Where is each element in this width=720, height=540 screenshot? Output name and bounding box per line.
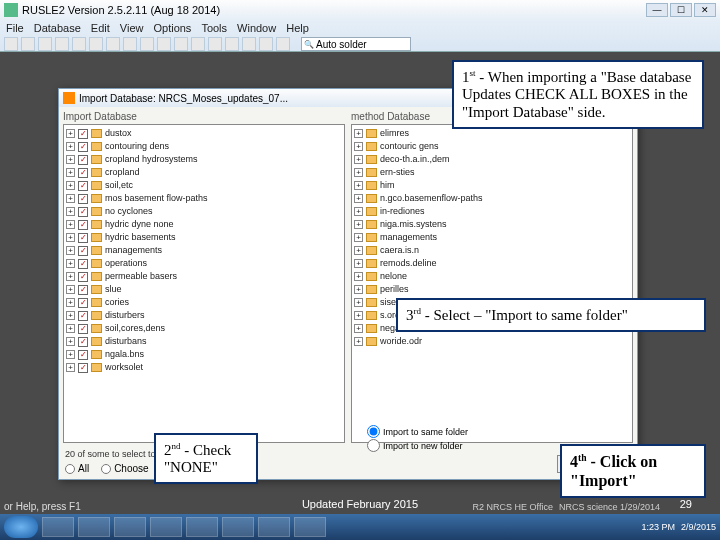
checkbox-icon[interactable] — [78, 181, 88, 191]
menu-database[interactable]: Database — [34, 22, 81, 34]
menu-edit[interactable]: Edit — [91, 22, 110, 34]
expand-icon[interactable]: + — [66, 311, 75, 320]
tool-icon[interactable] — [106, 37, 120, 51]
tool-icon[interactable] — [21, 37, 35, 51]
tree-item[interactable]: +contouric gens — [354, 140, 630, 153]
tree-item[interactable]: +perilles — [354, 283, 630, 296]
expand-icon[interactable]: + — [66, 337, 75, 346]
task-app[interactable] — [222, 517, 254, 537]
tree-item[interactable]: +operations — [66, 257, 342, 270]
minimize-button[interactable]: — — [646, 3, 668, 17]
tree-item[interactable]: +nelone — [354, 270, 630, 283]
expand-icon[interactable]: + — [66, 142, 75, 151]
expand-icon[interactable]: + — [354, 298, 363, 307]
tree-item[interactable]: +managements — [66, 244, 342, 257]
tree-item[interactable]: +no cyclones — [66, 205, 342, 218]
task-app[interactable] — [258, 517, 290, 537]
expand-icon[interactable]: + — [354, 207, 363, 216]
tree-item[interactable]: +disturbers — [66, 309, 342, 322]
system-tray[interactable]: 1:23 PM 2/9/2015 — [641, 522, 716, 532]
expand-icon[interactable]: + — [354, 129, 363, 138]
search-input[interactable]: Auto solder — [301, 37, 411, 51]
tool-icon[interactable] — [38, 37, 52, 51]
task-app[interactable] — [42, 517, 74, 537]
tree-item[interactable]: +deco-th.a.in.,dem — [354, 153, 630, 166]
expand-icon[interactable]: + — [66, 207, 75, 216]
tree-item[interactable]: +contouring dens — [66, 140, 342, 153]
expand-icon[interactable]: + — [354, 311, 363, 320]
maximize-button[interactable]: ☐ — [670, 3, 692, 17]
expand-icon[interactable]: + — [354, 142, 363, 151]
expand-icon[interactable]: + — [66, 259, 75, 268]
expand-icon[interactable]: + — [354, 233, 363, 242]
checkbox-icon[interactable] — [78, 337, 88, 347]
tree-item[interactable]: +ern-sties — [354, 166, 630, 179]
menu-file[interactable]: File — [6, 22, 24, 34]
expand-icon[interactable]: + — [66, 298, 75, 307]
expand-icon[interactable]: + — [66, 181, 75, 190]
tree-item[interactable]: +managements — [354, 231, 630, 244]
task-app[interactable] — [150, 517, 182, 537]
checkbox-icon[interactable] — [78, 207, 88, 217]
expand-icon[interactable]: + — [66, 168, 75, 177]
tree-item[interactable]: +disturbans — [66, 335, 342, 348]
tool-icon[interactable] — [89, 37, 103, 51]
checkbox-icon[interactable] — [78, 220, 88, 230]
expand-icon[interactable]: + — [354, 246, 363, 255]
expand-icon[interactable]: + — [354, 155, 363, 164]
task-app[interactable] — [78, 517, 110, 537]
expand-icon[interactable]: + — [66, 272, 75, 281]
tool-icon[interactable] — [276, 37, 290, 51]
checkbox-icon[interactable] — [78, 324, 88, 334]
task-app[interactable] — [294, 517, 326, 537]
expand-icon[interactable]: + — [354, 194, 363, 203]
tool-icon[interactable] — [140, 37, 154, 51]
expand-icon[interactable]: + — [354, 272, 363, 281]
checkbox-icon[interactable] — [78, 168, 88, 178]
tree-item[interactable]: +soil,etc — [66, 179, 342, 192]
tree-item[interactable]: +remods.deline — [354, 257, 630, 270]
tree-item[interactable]: +slue — [66, 283, 342, 296]
expand-icon[interactable]: + — [66, 220, 75, 229]
task-app[interactable] — [114, 517, 146, 537]
tree-item[interactable]: +dustox — [66, 127, 342, 140]
checkbox-icon[interactable] — [78, 298, 88, 308]
tool-icon[interactable] — [208, 37, 222, 51]
expand-icon[interactable]: + — [66, 324, 75, 333]
task-app[interactable] — [186, 517, 218, 537]
tree-item[interactable]: +hydric basements — [66, 231, 342, 244]
expand-icon[interactable]: + — [354, 324, 363, 333]
tree-item[interactable]: +cropland hydrosystems — [66, 153, 342, 166]
menu-options[interactable]: Options — [153, 22, 191, 34]
tree-item[interactable]: +hydric dyne none — [66, 218, 342, 231]
tree-item[interactable]: +caera.is.n — [354, 244, 630, 257]
checkbox-icon[interactable] — [78, 272, 88, 282]
tree-item[interactable]: +woride.odr — [354, 335, 630, 348]
radio-all[interactable]: All — [65, 463, 89, 474]
tool-icon[interactable] — [4, 37, 18, 51]
expand-icon[interactable]: + — [66, 233, 75, 242]
tool-icon[interactable] — [225, 37, 239, 51]
expand-icon[interactable]: + — [66, 285, 75, 294]
tree-item[interactable]: +permeable basers — [66, 270, 342, 283]
tree-item[interactable]: +soil,cores,dens — [66, 322, 342, 335]
tree-item[interactable]: +n.gco.basemenflow-paths — [354, 192, 630, 205]
expand-icon[interactable]: + — [354, 181, 363, 190]
expand-icon[interactable]: + — [66, 350, 75, 359]
tree-item[interactable]: +mos basement flow-paths — [66, 192, 342, 205]
tool-icon[interactable] — [242, 37, 256, 51]
expand-icon[interactable]: + — [354, 259, 363, 268]
tool-icon[interactable] — [157, 37, 171, 51]
menu-tools[interactable]: Tools — [201, 22, 227, 34]
expand-icon[interactable]: + — [66, 155, 75, 164]
expand-icon[interactable]: + — [354, 220, 363, 229]
tool-icon[interactable] — [72, 37, 86, 51]
close-button[interactable]: ✕ — [694, 3, 716, 17]
left-tree[interactable]: +dustox+contouring dens+cropland hydrosy… — [63, 124, 345, 443]
checkbox-icon[interactable] — [78, 129, 88, 139]
tool-icon[interactable] — [123, 37, 137, 51]
checkbox-icon[interactable] — [78, 311, 88, 321]
menu-window[interactable]: Window — [237, 22, 276, 34]
tree-item[interactable]: +in-rediones — [354, 205, 630, 218]
expand-icon[interactable]: + — [66, 363, 75, 372]
